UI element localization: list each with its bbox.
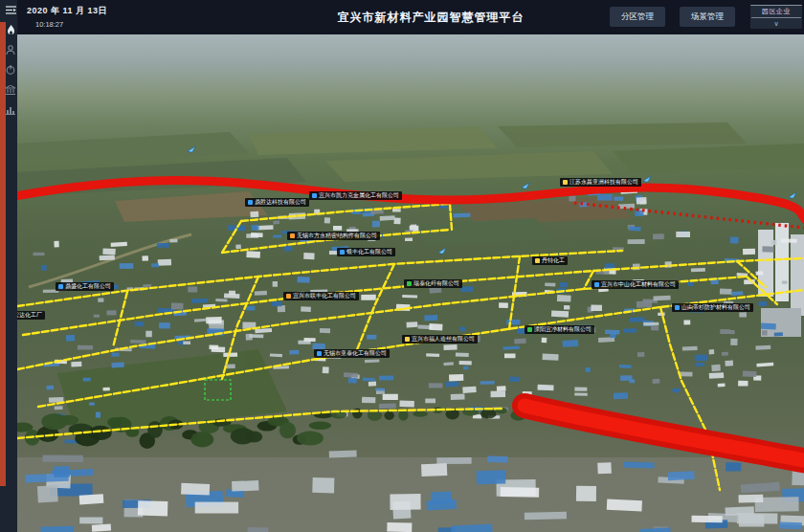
enterprise-label-text: 宜兴市宏达化工厂 <box>17 312 42 319</box>
enterprise-label-text: 宜兴市中山化工材料有限公司 <box>601 281 676 288</box>
enterprise-icon <box>248 200 253 205</box>
enterprise-button[interactable] <box>6 85 16 95</box>
drone-marker[interactable] <box>188 140 196 157</box>
enterprise-icon <box>594 282 599 287</box>
sidebar <box>0 0 17 532</box>
enterprise-icon <box>290 233 295 238</box>
enterprise-label[interactable]: 银丰化工有限公司 <box>337 248 395 256</box>
menu-button[interactable] <box>6 5 16 14</box>
enterprise-label[interactable]: 无锡市方永精密结构件有限公司 <box>287 232 380 240</box>
drone-marker[interactable] <box>522 176 530 193</box>
enterprise-label-text: 宜兴市凯力克金属化工有限公司 <box>319 192 399 199</box>
fire-alarm-button[interactable] <box>6 25 16 34</box>
enterprise-label-text: 宜兴市福人造丝有限公司 <box>412 336 475 343</box>
enterprise-label[interactable]: 宜兴市凯力克金属化工有限公司 <box>309 191 402 200</box>
enterprise-icon <box>405 337 410 342</box>
personnel-button[interactable] <box>6 45 16 55</box>
zone-management-button[interactable]: 分区管理 <box>610 7 665 27</box>
enterprise-label-text: 银丰化工有限公司 <box>346 249 392 255</box>
chevron-down-icon: ∨ <box>750 18 802 29</box>
enterprise-icon <box>675 305 680 310</box>
enterprise-icon <box>317 351 322 356</box>
enterprise-label[interactable]: 瑞泰化纤有限公司 <box>404 279 462 288</box>
enterprise-label[interactable]: 丹特化工 <box>532 256 568 265</box>
enterprise-label[interactable]: 山由帝杉防护材料有限公司 <box>672 303 753 312</box>
enterprise-label-text: 瑞泰化纤有限公司 <box>413 280 459 287</box>
enterprise-label[interactable]: 溧阳宜净材料有限公司 <box>525 325 594 334</box>
enterprise-label-text: 无锡市方永精密结构件有限公司 <box>297 233 377 239</box>
dropdown-label: 园区企业 <box>750 6 802 17</box>
enterprise-label-text: 鼎盛化工有限公司 <box>65 283 111 290</box>
scene-management-button[interactable]: 场景管理 <box>680 7 735 27</box>
enterprise-label-text: 江苏永昌亚洲科技有限公司 <box>570 179 638 186</box>
enterprise-icon <box>563 180 568 185</box>
enterprise-label[interactable]: 江苏永昌亚洲科技有限公司 <box>560 178 641 187</box>
enterprise-label[interactable]: 鼎胜达科技有限公司 <box>245 198 309 207</box>
user-icon <box>6 45 15 55</box>
drone-marker[interactable] <box>643 169 652 187</box>
enterprise-icon <box>340 250 345 255</box>
enterprise-icon <box>286 294 291 299</box>
enterprise-label[interactable]: 无锡市亚泰化工有限公司 <box>314 349 390 358</box>
header: 2020 年 11 月 13日 10:18:27 宜兴市新材料产业园智慧管理平台… <box>17 0 804 34</box>
enterprise-label[interactable]: 宜兴市福人造丝有限公司 <box>402 335 478 344</box>
enterprise-label[interactable]: 鼎盛化工有限公司 <box>56 282 114 291</box>
enterprise-label-text: 丹特化工 <box>542 257 565 264</box>
enterprise-icon <box>535 258 540 263</box>
enterprise-label[interactable]: 宜兴市中山化工材料有限公司 <box>592 280 679 289</box>
map-viewport[interactable]: 鼎胜达科技有限公司宜兴市凯力克金属化工有限公司江苏永昌亚洲科技有限公司无锡市方永… <box>17 34 804 532</box>
enterprise-icon <box>407 281 412 286</box>
enterprise-label-text: 山由帝杉防护材料有限公司 <box>681 304 750 311</box>
factory-icon <box>6 85 15 95</box>
park-enterprise-dropdown[interactable]: 园区企业 ∨ <box>750 5 802 29</box>
enterprise-icon <box>312 193 317 198</box>
drone-marker[interactable] <box>789 186 797 203</box>
enterprise-label-text: 鼎胜达科技有限公司 <box>255 199 306 206</box>
fire-icon <box>7 25 15 35</box>
enterprise-label-text: 宜兴市联丰化工有限公司 <box>293 293 356 299</box>
smart-park-platform: 2020 年 11 月 13日 10:18:27 宜兴市新材料产业园智慧管理平台… <box>0 0 804 532</box>
enterprise-label[interactable]: 宜兴市联丰化工有限公司 <box>283 292 359 300</box>
power-icon <box>6 65 15 75</box>
enterprise-label[interactable]: 宜兴市宏达化工厂 <box>17 311 45 320</box>
enterprise-icon <box>58 284 63 289</box>
menu-icon <box>6 6 16 14</box>
enterprise-label-text: 无锡市亚泰化工有限公司 <box>324 350 387 357</box>
statistics-button[interactable] <box>6 105 16 115</box>
bar-chart-icon <box>6 105 15 115</box>
high-rise-buildings <box>758 223 804 337</box>
enterprise-icon <box>527 327 532 332</box>
drone-marker[interactable] <box>438 241 447 258</box>
enterprise-label-text: 溧阳宜净材料有限公司 <box>534 326 592 333</box>
power-button[interactable] <box>6 65 16 75</box>
